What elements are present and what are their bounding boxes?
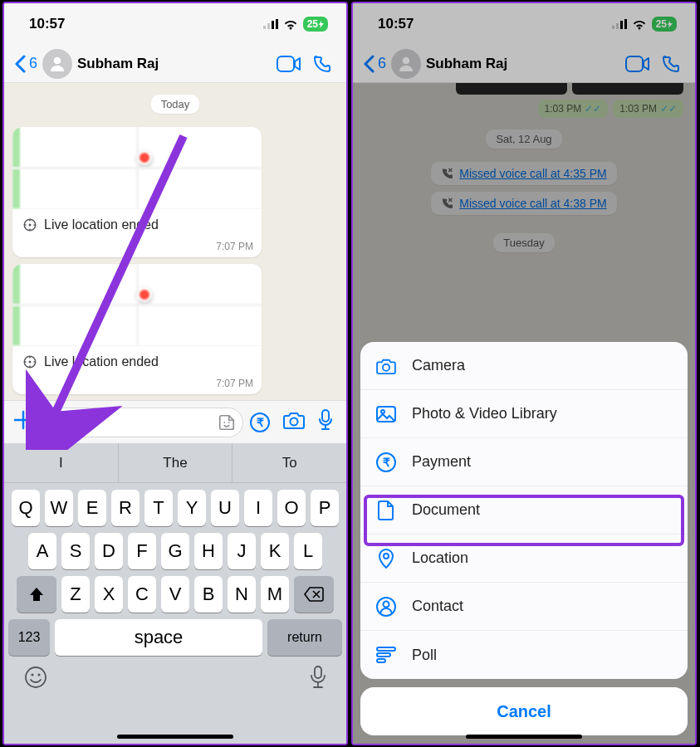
key-g[interactable]: G [161,533,189,569]
svg-point-7 [29,361,32,364]
svg-point-6 [29,224,32,227]
key-t[interactable]: T [144,490,173,526]
shift-icon [28,586,45,603]
home-indicator[interactable] [117,735,233,739]
svg-point-9 [228,422,230,423]
key-v[interactable]: V [161,576,189,613]
keyboard[interactable]: I The To QWERTYUIOP ASDFGHJKL ZXCVBNM 12… [4,443,346,744]
location-label: Live location ended [44,354,159,369]
map-pin-icon [137,287,152,302]
key-a[interactable]: A [28,533,56,569]
key-m[interactable]: M [261,576,289,613]
sheet-item-location[interactable]: Location [360,535,688,583]
sheet-item-label: Camera [412,357,465,374]
live-location-icon [22,217,37,232]
sheet-item-contact[interactable]: Contact [360,583,688,631]
sheet-item-poll[interactable]: Poll [360,631,688,679]
key-shift[interactable] [17,576,56,613]
suggestion[interactable]: I [4,443,119,482]
sheet-item-label: Photo & Video Library [412,405,557,422]
chevron-left-icon [14,55,26,73]
message-input[interactable] [41,408,243,437]
key-c[interactable]: C [128,576,156,613]
battery-indicator: 25 [303,17,328,32]
key-h[interactable]: H [194,533,223,569]
rupee-icon: ₹ [250,413,270,432]
key-j[interactable]: J [228,533,256,569]
key-q[interactable]: Q [12,490,40,526]
key-o[interactable]: O [277,490,306,526]
key-delete[interactable] [294,576,334,613]
sheet-cancel-button[interactable]: Cancel [360,687,688,735]
svg-point-23 [383,364,389,370]
key-return[interactable]: return [267,619,342,656]
home-indicator[interactable] [466,735,582,739]
sticker-icon[interactable] [218,413,236,432]
svg-point-13 [31,673,33,676]
payment-button[interactable]: ₹ [250,413,275,432]
key-n[interactable]: N [228,576,256,613]
back-button[interactable] [14,55,26,73]
svg-point-28 [384,601,389,607]
text-cursor [51,414,53,431]
location-message-1[interactable]: Live location ended 7:07 PM [12,127,262,257]
svg-rect-5 [277,56,294,71]
dictation-button[interactable] [310,666,326,695]
key-u[interactable]: U [211,490,239,526]
key-space[interactable]: space [55,619,262,656]
svg-rect-3 [276,19,278,29]
video-call-button[interactable] [275,56,303,72]
location-message-2[interactable]: Live location ended 7:07 PM [12,264,262,394]
location-label: Live location ended [44,217,159,232]
svg-point-26 [384,554,389,559]
person-icon [47,54,67,74]
sheet-item-document[interactable]: Document [360,486,688,535]
key-b[interactable]: B [194,576,223,613]
key-f[interactable]: F [128,533,156,569]
live-location-icon [22,354,37,369]
attach-button[interactable] [12,408,34,437]
voice-call-button[interactable] [308,54,336,74]
back-count[interactable]: 6 [29,55,37,72]
sheet-item-camera[interactable]: Camera [360,342,688,390]
svg-point-14 [37,673,40,676]
key-d[interactable]: D [95,533,123,569]
svg-rect-0 [263,26,266,29]
key-k[interactable]: K [261,533,289,569]
location-icon [375,549,397,569]
suggestion[interactable]: The [119,443,233,482]
key-l[interactable]: L [294,533,322,569]
key-z[interactable]: Z [61,576,90,613]
key-s[interactable]: S [61,533,90,569]
wifi-icon [283,19,298,30]
key-x[interactable]: X [95,576,123,613]
key-e[interactable]: E [78,490,106,526]
key-123[interactable]: 123 [8,619,50,656]
svg-rect-30 [377,653,390,657]
suggestion[interactable]: To [233,443,346,482]
plus-icon [12,409,34,431]
sheet-item-library[interactable]: Photo & Video Library [360,390,688,438]
attachment-action-sheet: Camera Photo & Video Library ₹ Payment D… [360,342,688,735]
poll-icon [375,647,397,663]
sheet-item-label: Poll [412,647,437,664]
svg-rect-29 [377,647,395,651]
svg-point-12 [26,667,46,687]
backspace-icon [304,587,324,602]
suggestion-row: I The To [4,443,346,483]
key-y[interactable]: Y [178,490,206,526]
camera-icon [283,411,305,429]
avatar[interactable] [42,49,72,79]
mic-button[interactable] [313,409,338,436]
svg-rect-15 [315,666,321,678]
key-r[interactable]: R [111,490,140,526]
sheet-item-payment[interactable]: ₹ Payment [360,438,688,486]
contact-name[interactable]: Subham Raj [77,56,270,72]
key-p[interactable]: P [311,490,339,526]
svg-rect-1 [267,23,270,29]
camera-button[interactable] [281,411,306,434]
key-i[interactable]: I [244,490,272,526]
key-w[interactable]: W [45,490,73,526]
phone-icon [312,54,332,74]
emoji-button[interactable] [24,666,47,695]
